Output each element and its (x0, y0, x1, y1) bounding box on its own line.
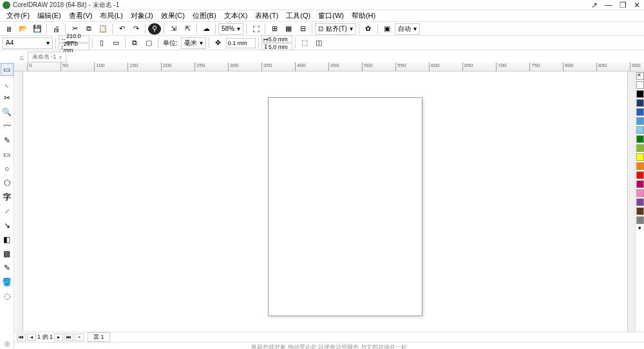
nudge-input[interactable]: 0.1 mm (226, 38, 256, 48)
document-tab-close-icon[interactable]: × (59, 54, 62, 61)
color-swatch[interactable] (636, 99, 644, 107)
last-page-button[interactable]: ⏭ (64, 334, 73, 341)
quick-customize-icon[interactable]: ⊕ (1, 337, 14, 349)
color-swatch[interactable] (636, 81, 644, 89)
snap-combo[interactable]: ⊡贴齐(T)▾ (315, 23, 356, 35)
text-tool[interactable]: 字 (1, 191, 14, 203)
menu-布局l[interactable]: 布局(L) (96, 11, 126, 21)
menu-编辑e[interactable]: 编辑(E) (33, 11, 65, 21)
horizontal-ruler[interactable]: 0501001502002503003504004505005506006507… (14, 62, 644, 71)
color-swatch[interactable] (636, 153, 644, 161)
menu-对象j[interactable]: 对象(J) (127, 11, 157, 21)
polygon-tool[interactable]: ⬠ (1, 176, 14, 189)
crop-tool[interactable]: ✂ (1, 91, 14, 104)
color-swatch[interactable] (636, 171, 644, 179)
ellipse-tool[interactable]: ○ (1, 162, 14, 175)
options-button[interactable]: ✿ (362, 23, 375, 35)
first-page-button[interactable]: ⏮ (17, 334, 26, 341)
fill-tool[interactable]: 🪣 (1, 276, 14, 288)
redo-button[interactable]: ↷ (129, 23, 142, 35)
launch-combo[interactable]: 自动▾ (395, 23, 420, 35)
menu-窗口w[interactable]: 窗口(W) (314, 11, 348, 21)
page-height-input[interactable]: ↕ 297.0 mm (59, 43, 90, 50)
menu-表格t[interactable]: 表格(T) (251, 11, 282, 21)
ruler-tick: 550 (395, 62, 406, 71)
grid-toggle[interactable]: ▦ (282, 23, 295, 35)
color-swatch[interactable] (636, 90, 644, 98)
all-pages-icon[interactable]: ⧉ (128, 37, 141, 49)
color-swatch[interactable] (636, 162, 644, 170)
search-button[interactable]: ⚲ (148, 23, 161, 35)
open-button[interactable]: 📂 (17, 23, 30, 35)
color-swatch[interactable] (636, 135, 644, 143)
ruler-tick: 800 (563, 62, 573, 71)
color-swatch[interactable] (636, 144, 644, 152)
pick-tool[interactable]: ▭ (1, 63, 14, 76)
color-swatch[interactable] (636, 216, 644, 224)
color-swatch[interactable] (636, 126, 644, 134)
color-swatch[interactable] (636, 207, 644, 215)
menu-位图b[interactable]: 位图(B) (189, 11, 220, 21)
import-button[interactable]: ⇲ (167, 23, 180, 35)
toolbox-flyout-icon[interactable]: ▸ (3, 37, 13, 44)
prev-page-button[interactable]: ◂ (27, 334, 36, 341)
launch-icon[interactable]: ↗ (590, 1, 599, 10)
page-canvas[interactable] (268, 97, 422, 316)
menu-工具q[interactable]: 工具(Q) (282, 11, 314, 21)
menu-帮助h[interactable]: 帮助(H) (348, 11, 379, 21)
save-button[interactable]: 💾 (31, 23, 44, 35)
next-page-button[interactable]: ▸ (54, 334, 63, 341)
edit-across-layers-button[interactable]: ◫ (312, 37, 325, 49)
color-swatch[interactable] (636, 189, 644, 197)
minimize-button[interactable]: — (604, 1, 613, 10)
publish-button[interactable]: ☁ (200, 23, 213, 35)
ruler-toggle[interactable]: ⊞ (268, 23, 281, 35)
drop-shadow-tool[interactable]: ◧ (1, 233, 14, 246)
color-swatch[interactable] (636, 108, 644, 116)
home-icon[interactable]: ⌂ (19, 53, 24, 61)
fullscreen-button[interactable]: ⛶ (249, 23, 262, 35)
vertical-scrollbar[interactable] (627, 71, 635, 332)
page-tab[interactable]: 页 1 (88, 332, 110, 342)
parallel-dim-tool[interactable]: ⟋ (1, 205, 14, 218)
portrait-button[interactable]: ▯ (95, 37, 108, 49)
color-swatch[interactable] (636, 198, 644, 206)
guides-toggle[interactable]: ⊟ (296, 23, 309, 35)
current-page-icon[interactable]: ▢ (142, 37, 155, 49)
color-swatch[interactable] (636, 117, 644, 125)
artistic-media-tool[interactable]: ✎ (1, 134, 14, 147)
menu-文本x[interactable]: 文本(X) (220, 11, 252, 21)
freehand-tool[interactable]: 〰 (1, 120, 14, 133)
eyedropper-tool[interactable]: ✎ (1, 261, 14, 274)
dup-y-input[interactable]: ↧ 5.0 mm (261, 43, 292, 50)
zoom-combo[interactable]: 58%▾ (218, 23, 243, 35)
no-color-swatch[interactable]: × (636, 72, 644, 80)
dup-x-input[interactable]: ↦ 5.0 mm (261, 35, 292, 42)
menu-查看v[interactable]: 查看(V) (65, 11, 97, 21)
connector-tool[interactable]: ↘ (1, 219, 14, 232)
outline-tool[interactable]: ◌ (1, 290, 14, 303)
color-swatch[interactable] (636, 180, 644, 188)
new-button[interactable]: 🗎 (3, 23, 15, 35)
vertical-ruler[interactable] (14, 71, 23, 332)
drawing-area[interactable] (23, 71, 627, 332)
menu-效果c[interactable]: 效果(C) (157, 11, 189, 21)
print-button[interactable]: 🖨 (50, 23, 62, 35)
landscape-button[interactable]: ▭ (109, 37, 122, 49)
treat-as-filled-button[interactable]: ⬚ (298, 37, 311, 49)
launch-button[interactable]: ▣ (381, 23, 393, 35)
transparency-tool[interactable]: ▩ (1, 247, 14, 260)
paste-button[interactable]: 📋 (97, 23, 109, 35)
add-page-button[interactable]: + (75, 334, 84, 341)
document-tab[interactable]: 未命名 -1 × (28, 52, 67, 62)
close-button[interactable]: ✕ (632, 1, 641, 10)
menu-文件f[interactable]: 文件(F) (3, 11, 33, 21)
maximize-button[interactable]: ❐ (618, 1, 627, 10)
palette-scroll-down-icon[interactable]: ▾ (636, 225, 644, 231)
rectangle-tool[interactable]: ▭ (1, 148, 14, 161)
export-button[interactable]: ⇱ (181, 23, 194, 35)
undo-button[interactable]: ↶ (115, 23, 128, 35)
zoom-tool[interactable]: 🔍 (1, 106, 14, 118)
shape-tool[interactable]: ◟ (1, 77, 14, 90)
unit-combo[interactable]: 毫米▾ (181, 37, 206, 49)
